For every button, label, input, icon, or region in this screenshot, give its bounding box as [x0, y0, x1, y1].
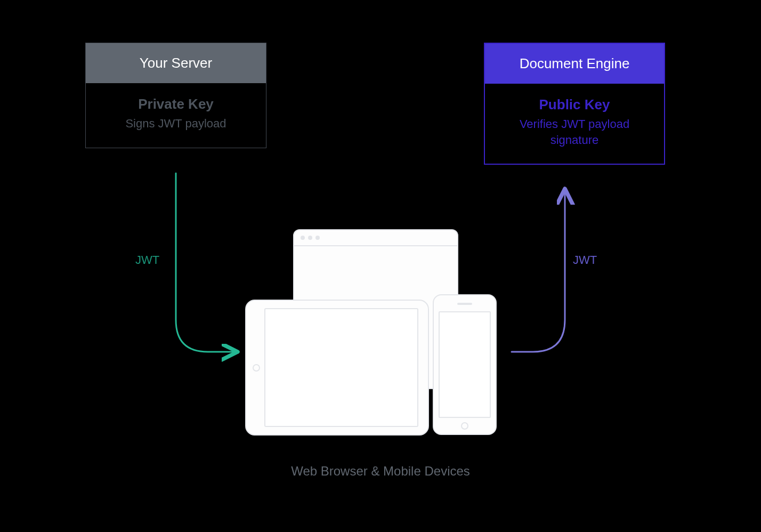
arrow-right-label: JWT — [573, 253, 597, 267]
devices-illustration — [245, 229, 490, 442]
tablet-icon — [245, 300, 429, 436]
jwt-flow-diagram: Your Server Private Key Signs JWT payloa… — [0, 0, 761, 532]
engine-key-label: Public Key — [493, 96, 655, 113]
server-title: Your Server — [86, 43, 266, 83]
devices-caption: Web Browser & Mobile Devices — [0, 464, 761, 479]
your-server-card: Your Server Private Key Signs JWT payloa… — [85, 43, 266, 148]
phone-icon — [433, 294, 497, 435]
arrow-left-label: JWT — [135, 253, 159, 267]
server-key-label: Private Key — [94, 96, 257, 112]
engine-key-desc: Verifies JWT payload signature — [493, 116, 655, 148]
engine-title: Document Engine — [485, 44, 664, 84]
server-key-desc: Signs JWT payload — [94, 116, 257, 132]
document-engine-card: Document Engine Public Key Verifies JWT … — [484, 43, 665, 165]
